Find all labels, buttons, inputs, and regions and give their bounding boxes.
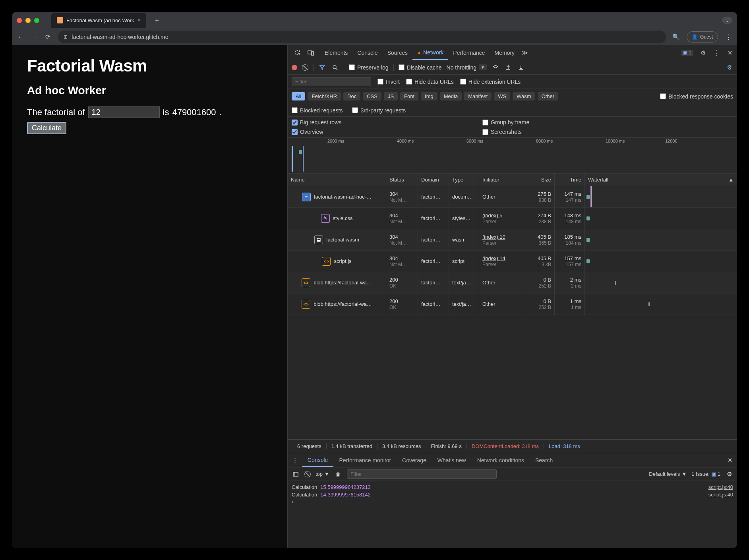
url-field[interactable]: ⊞ factorial-wasm-ad-hoc-worker.glitch.me: [58, 31, 666, 43]
overview-checkbox[interactable]: Overview: [292, 129, 482, 135]
back-button[interactable]: ←: [17, 33, 25, 41]
upload-icon[interactable]: [504, 64, 512, 71]
download-icon[interactable]: [517, 64, 525, 71]
close-tab-icon[interactable]: ×: [137, 17, 141, 23]
network-row[interactable]: <>script.js304Not M…factori…script(index…: [288, 251, 737, 272]
sidebar-toggle-icon[interactable]: [292, 470, 300, 478]
devtools-tab-sources[interactable]: Sources: [383, 45, 412, 60]
close-drawer-icon[interactable]: ✕: [726, 456, 734, 464]
context-select[interactable]: top ▼: [315, 471, 329, 477]
drawer-tab-console[interactable]: Console: [302, 453, 333, 467]
close-devtools-icon[interactable]: ✕: [726, 49, 734, 57]
preserve-log-checkbox[interactable]: Preserve log: [349, 64, 389, 71]
third-party-checkbox[interactable]: 3rd-party requests: [352, 107, 406, 114]
column-type[interactable]: Type: [449, 174, 479, 186]
invert-checkbox[interactable]: Invert: [377, 79, 400, 85]
hide-data-checkbox[interactable]: Hide data URLs: [406, 79, 454, 85]
column-status[interactable]: Status: [386, 174, 418, 186]
maximize-window-icon[interactable]: [34, 18, 39, 23]
drawer-tab-performance-monitor[interactable]: Performance monitor: [333, 453, 397, 467]
drawer-tab-network-conditions[interactable]: Network conditions: [472, 453, 530, 467]
network-row[interactable]: ✎style.css304Not M…factori…styles…(index…: [288, 208, 737, 229]
filter-pill-css[interactable]: CSS: [363, 92, 381, 100]
blocked-requests-checkbox[interactable]: Blocked requests: [292, 107, 343, 114]
column-initiator[interactable]: Initiator: [479, 174, 522, 186]
devtools-tab-elements[interactable]: Elements: [320, 45, 352, 60]
inspect-icon[interactable]: [294, 49, 302, 57]
network-row[interactable]: ≡factorial-wasm-ad-hoc-…304Not M…factori…: [288, 186, 737, 208]
issue-link[interactable]: 1 Issue: ▣ 1: [691, 471, 720, 477]
device-icon[interactable]: [307, 49, 315, 57]
column-waterfall[interactable]: Waterfall ▲: [585, 174, 737, 186]
traffic-lights[interactable]: [17, 18, 39, 23]
blocked-cookies-checkbox[interactable]: Blocked response cookies: [660, 93, 733, 100]
network-settings-icon[interactable]: ⚙: [725, 64, 733, 71]
site-info-icon[interactable]: ⊞: [64, 34, 68, 40]
filter-pill-img[interactable]: Img: [421, 92, 437, 100]
levels-select[interactable]: Default levels ▼: [649, 471, 687, 477]
devtools-tab-performance[interactable]: Performance: [448, 45, 490, 60]
settings-icon[interactable]: ⚙: [699, 49, 707, 57]
filter-pill-media[interactable]: Media: [440, 92, 462, 100]
filter-pill-doc[interactable]: Doc: [343, 92, 360, 100]
filter-pill-ws[interactable]: WS: [494, 92, 510, 100]
column-size[interactable]: Size: [522, 174, 555, 186]
reload-button[interactable]: ⟳: [44, 33, 52, 41]
tab-overflow-button[interactable]: ⌄: [722, 17, 732, 24]
column-domain[interactable]: Domain: [418, 174, 449, 186]
filter-pill-fetch-xhr[interactable]: Fetch/XHR: [308, 92, 341, 100]
drawer-tab-coverage[interactable]: Coverage: [397, 453, 432, 467]
kebab-icon[interactable]: ⋮: [712, 49, 720, 57]
timeline-overview[interactable]: 2000 ms4000 ms6000 ms8000 ms10000 ms1200…: [288, 138, 737, 174]
group-frame-checkbox[interactable]: Group by frame: [482, 119, 529, 126]
guest-label: Guest: [700, 34, 713, 40]
issues-badge[interactable]: ▣1: [681, 50, 693, 56]
wifi-icon[interactable]: [492, 64, 499, 71]
screenshots-checkbox[interactable]: Screenshots: [482, 129, 529, 135]
console-log-line: Calculation15.599999964237213script.js:4…: [292, 483, 733, 491]
drawer-tab-what's-new[interactable]: What's new: [432, 453, 472, 467]
filter-pill-wasm[interactable]: Wasm: [513, 92, 535, 100]
menu-button[interactable]: ⋮: [724, 33, 732, 41]
browser-tab[interactable]: Factorial Wasm (ad hoc Work ×: [51, 13, 146, 28]
console-filter-input[interactable]: [347, 469, 497, 479]
record-button[interactable]: [292, 65, 297, 70]
profile-button[interactable]: 👤 Guest: [687, 31, 718, 42]
big-rows-checkbox[interactable]: Big request rows: [292, 119, 482, 126]
minimize-window-icon[interactable]: [25, 18, 31, 23]
devtools-tab-console[interactable]: Console: [352, 45, 382, 60]
calculate-button[interactable]: Calculate: [27, 122, 66, 134]
new-tab-button[interactable]: ＋: [153, 15, 161, 25]
filter-pill-all[interactable]: All: [292, 92, 305, 100]
close-window-icon[interactable]: [17, 18, 22, 23]
forward-button[interactable]: →: [30, 33, 38, 41]
network-row[interactable]: <>blob:https://factorial-wa…200OKfactori…: [288, 294, 737, 315]
filter-pill-js[interactable]: JS: [384, 92, 398, 100]
disable-cache-checkbox[interactable]: Disable cache: [399, 64, 442, 71]
number-input[interactable]: [88, 106, 160, 118]
network-row[interactable]: <>blob:https://factorial-wa…200OKfactori…: [288, 272, 737, 294]
more-tabs-icon[interactable]: ≫: [521, 49, 529, 57]
column-time[interactable]: Time: [555, 174, 585, 186]
console-prompt[interactable]: ›: [292, 498, 733, 504]
zoom-icon[interactable]: 🔍: [672, 33, 680, 41]
hide-ext-checkbox[interactable]: Hide extension URLs: [460, 79, 521, 85]
devtools-panel: ElementsConsoleSources▲NetworkPerformanc…: [287, 45, 737, 548]
drawer-tab-search[interactable]: Search: [530, 453, 558, 467]
throttle-select[interactable]: No throttling▼: [447, 64, 487, 71]
devtools-tab-memory[interactable]: Memory: [490, 45, 520, 60]
column-name[interactable]: Name: [288, 174, 386, 186]
network-filter-input[interactable]: [292, 77, 371, 86]
devtools-tab-network[interactable]: ▲Network: [412, 45, 448, 60]
network-row[interactable]: ⬓factorial.wasm304Not M…factori…wasm(ind…: [288, 229, 737, 251]
clear-button[interactable]: [302, 64, 308, 71]
clear-console-button[interactable]: [304, 471, 311, 477]
filter-pill-other[interactable]: Other: [538, 92, 559, 100]
console-settings-icon[interactable]: ⚙: [725, 470, 733, 478]
filter-pill-font[interactable]: Font: [400, 92, 418, 100]
drawer-menu-icon[interactable]: ⋮: [291, 456, 299, 464]
filter-pill-manifest[interactable]: Manifest: [464, 92, 492, 100]
filter-toggle-icon[interactable]: [318, 64, 326, 71]
eye-icon[interactable]: ◉: [334, 470, 342, 478]
search-icon[interactable]: [331, 64, 339, 71]
